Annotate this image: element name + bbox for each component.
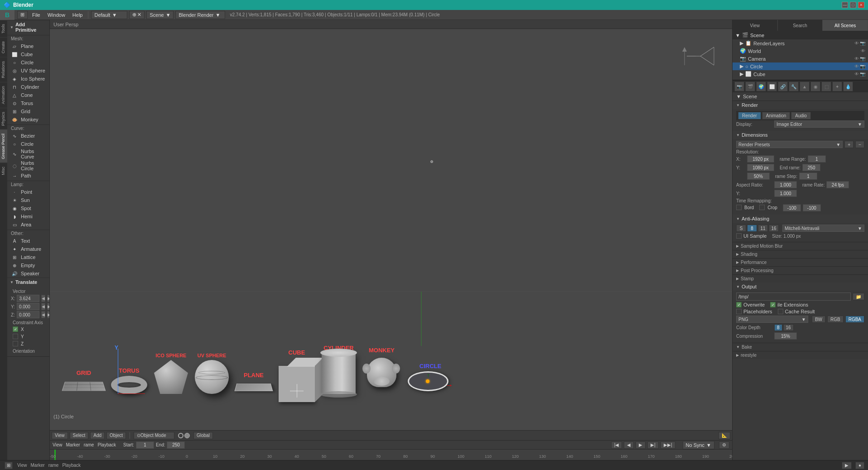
presets-add[interactable]: + [844, 141, 854, 148]
prop-physics-icon[interactable]: 💧 [843, 82, 853, 91]
vtab-physics[interactable]: Physics [0, 108, 7, 129]
add-cylinder[interactable]: ⊓ Cylinder [7, 83, 49, 91]
freestyle-section[interactable]: ▶ reestyle [733, 351, 868, 359]
add-speaker[interactable]: 🔊 Speaker [7, 269, 49, 278]
render-section-header[interactable]: ▼ Render [733, 101, 868, 109]
start-frame[interactable]: 1 [136, 441, 154, 449]
rgb-btn[interactable]: RGB [827, 316, 844, 323]
add-area[interactable]: ▭ Area [7, 221, 49, 229]
end-frame-input[interactable]: 250 [802, 164, 820, 171]
shading-section[interactable]: ▶ Shading [733, 250, 868, 258]
x-input[interactable] [17, 295, 39, 302]
add-bezier[interactable]: ∿ Bezier [7, 132, 49, 140]
add-icosphere[interactable]: ◈ Ico Sphere [7, 75, 49, 83]
z-decrease[interactable]: ◀ [41, 311, 45, 318]
prop-particles-icon[interactable]: ✦ [832, 82, 842, 91]
vtab-create[interactable]: Create [0, 37, 7, 57]
outliner-search-tab[interactable]: Search [778, 20, 823, 31]
add-circle[interactable]: ○ Circle [7, 58, 49, 67]
timeline-marker[interactable]: Marker [66, 442, 80, 447]
remap-new-input[interactable]: -100 [803, 204, 821, 211]
menu-file-text[interactable]: File [29, 10, 44, 19]
camera-render[interactable]: 📷 [860, 56, 865, 61]
engine-selector[interactable]: Blender Render ▼ [175, 11, 225, 19]
render-tab-audio[interactable]: Audio [791, 112, 811, 120]
x-constraint-check[interactable]: ✓ [13, 326, 18, 332]
presets-remove[interactable]: − [855, 141, 864, 148]
add-text[interactable]: A Text [7, 237, 49, 245]
menu-file[interactable]: ⊞ [17, 11, 28, 19]
aspect-x-input[interactable]: 1.000 [774, 181, 797, 188]
prop-modifiers-icon[interactable]: 🔧 [789, 82, 799, 91]
res-y-input[interactable]: 1080 px [747, 164, 774, 171]
bake-section[interactable]: ▼ Bake [733, 343, 868, 351]
cube-object[interactable]: CUBE [279, 349, 315, 394]
render-tab-render[interactable]: Render [738, 112, 761, 120]
select-btn[interactable]: Select [70, 432, 89, 439]
add-grid[interactable]: ⊞ Grid [7, 107, 49, 115]
outliner-cube[interactable]: ▶ ⬜ Cube 👁 📷 [733, 70, 868, 78]
minimize-button[interactable]: — [842, 2, 848, 8]
bord-check[interactable] [736, 205, 742, 210]
menu-window[interactable]: Window [44, 10, 69, 19]
outliner-renderlayers[interactable]: ▶ 📋 RenderLayers 👁 📷 [733, 39, 868, 47]
overwrite-check[interactable]: ✓ [736, 302, 742, 307]
remap-old-input[interactable]: -100 [783, 204, 801, 211]
camera-eye[interactable]: 👁 [854, 56, 859, 61]
outliner-circle[interactable]: ▶ ○ Circle 👁 📷 [733, 62, 868, 70]
aa-filter-dropdown[interactable]: Mitchell-Netravali ▼ [782, 225, 864, 232]
add-uvsphere[interactable]: ◎ UV Sphere [7, 67, 49, 75]
timeline-extra-btn[interactable]: ⚙ [719, 441, 729, 449]
bw-btn[interactable]: BW [812, 316, 825, 323]
dimensions-header[interactable]: ▼ Dimensions [733, 131, 868, 139]
outliner-camera[interactable]: 📷 Camera 👁 📷 [733, 55, 868, 62]
rgba-btn[interactable]: RGBA [845, 316, 864, 323]
status-playback[interactable]: Playback [62, 463, 81, 468]
uvsphere-object[interactable]: UV SPHERE [195, 353, 229, 394]
prop-data-icon[interactable]: ▲ [800, 82, 810, 91]
prop-obj-icon[interactable]: ⬜ [767, 82, 777, 91]
add-nurbs-curve[interactable]: ∿ Nurbs Curve [7, 148, 49, 160]
start-frame-input[interactable]: 1 [808, 155, 826, 163]
next-frame-btn[interactable]: ▶| [647, 441, 659, 449]
add-spot[interactable]: ◉ Spot [7, 204, 49, 212]
res-pct-input[interactable]: 50% [747, 173, 770, 180]
format-dropdown[interactable]: PNG ▼ [736, 316, 808, 323]
prop-constraints-icon[interactable]: 🔗 [778, 82, 788, 91]
global-btn[interactable]: Global [193, 432, 213, 439]
jump-end-btn[interactable]: ▶▶| [661, 441, 675, 449]
z-increase[interactable]: ▶ [47, 311, 50, 318]
x-increase[interactable]: ▶ [47, 295, 50, 302]
add-curve-circle[interactable]: ○ Circle [7, 140, 49, 148]
prop-scene-icon[interactable]: 🎬 [745, 82, 755, 91]
prop-render-icon[interactable]: 📷 [734, 82, 744, 91]
textured-mode[interactable] [184, 433, 190, 438]
add-torus[interactable]: ⊙ Torus [7, 99, 49, 107]
y-decrease[interactable]: ◀ [41, 303, 45, 310]
status-view[interactable]: View [17, 463, 27, 468]
renderlayers-render[interactable]: 📷 [860, 41, 865, 46]
circle-render[interactable]: 📷 [860, 64, 865, 69]
motion-blur-section[interactable]: ▶ Sampled Motion Blur [733, 242, 868, 250]
compression-input[interactable]: 15% [774, 332, 797, 340]
render-presets-dropdown[interactable]: Render Presets ▼ [736, 141, 843, 148]
view-btn[interactable]: View [52, 432, 68, 439]
viewport[interactable]: User Persp [50, 20, 732, 440]
z-constraint-check[interactable] [13, 341, 18, 346]
vtab-tools[interactable]: Tools [0, 20, 7, 37]
area-controls[interactable]: ⊕ ✕ [129, 11, 145, 19]
prev-frame-btn[interactable]: ◀ [624, 441, 634, 449]
vtab-relations[interactable]: Relations [0, 57, 7, 82]
post-processing-section[interactable]: ▶ Post Processing [733, 266, 868, 274]
vtab-animation[interactable]: Animation [0, 82, 7, 108]
prop-material-icon[interactable]: ◉ [810, 82, 820, 91]
cube-render[interactable]: 📷 [860, 72, 865, 77]
y-increase[interactable]: ▶ [47, 303, 50, 310]
ui-sample-check[interactable] [736, 233, 742, 239]
cylinder-object[interactable]: CYLINDER [322, 345, 356, 394]
status-play-btn[interactable]: ▶ [842, 462, 852, 469]
aa-16-btn[interactable]: 16 [769, 225, 779, 232]
renderlayers-eye[interactable]: 👁 [854, 41, 859, 46]
prop-world-icon[interactable]: 🌍 [756, 82, 766, 91]
outliner-world[interactable]: 🌍 World 👁 [733, 47, 868, 55]
